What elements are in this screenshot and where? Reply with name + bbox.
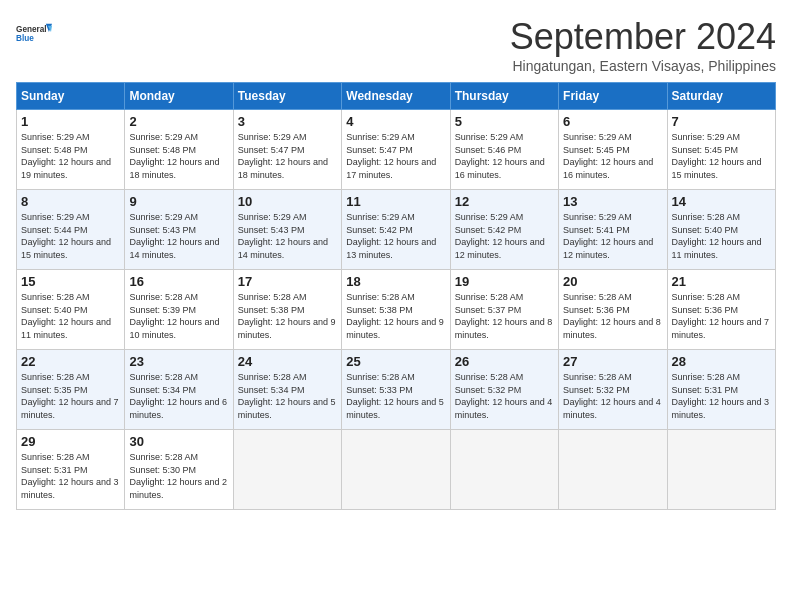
day-info: Sunrise: 5:28 AMSunset: 5:40 PMDaylight:…	[672, 212, 762, 260]
day-cell: 2 Sunrise: 5:29 AMSunset: 5:48 PMDayligh…	[125, 110, 233, 190]
day-cell: 17 Sunrise: 5:28 AMSunset: 5:38 PMDaylig…	[233, 270, 341, 350]
day-number: 10	[238, 194, 337, 209]
calendar-table: SundayMondayTuesdayWednesdayThursdayFrid…	[16, 82, 776, 510]
day-number: 14	[672, 194, 771, 209]
day-info: Sunrise: 5:28 AMSunset: 5:36 PMDaylight:…	[672, 292, 770, 340]
day-cell: 24 Sunrise: 5:28 AMSunset: 5:34 PMDaylig…	[233, 350, 341, 430]
day-info: Sunrise: 5:28 AMSunset: 5:31 PMDaylight:…	[21, 452, 119, 500]
day-info: Sunrise: 5:28 AMSunset: 5:31 PMDaylight:…	[672, 372, 770, 420]
day-info: Sunrise: 5:28 AMSunset: 5:40 PMDaylight:…	[21, 292, 111, 340]
day-info: Sunrise: 5:29 AMSunset: 5:45 PMDaylight:…	[563, 132, 653, 180]
day-info: Sunrise: 5:29 AMSunset: 5:43 PMDaylight:…	[129, 212, 219, 260]
day-number: 16	[129, 274, 228, 289]
day-info: Sunrise: 5:28 AMSunset: 5:38 PMDaylight:…	[346, 292, 444, 340]
header-cell-sunday: Sunday	[17, 83, 125, 110]
day-info: Sunrise: 5:28 AMSunset: 5:39 PMDaylight:…	[129, 292, 219, 340]
day-cell	[559, 430, 667, 510]
day-cell	[233, 430, 341, 510]
day-info: Sunrise: 5:28 AMSunset: 5:36 PMDaylight:…	[563, 292, 661, 340]
svg-text:General: General	[16, 25, 47, 34]
day-cell	[450, 430, 558, 510]
day-info: Sunrise: 5:28 AMSunset: 5:34 PMDaylight:…	[129, 372, 227, 420]
day-number: 28	[672, 354, 771, 369]
day-info: Sunrise: 5:29 AMSunset: 5:43 PMDaylight:…	[238, 212, 328, 260]
day-number: 29	[21, 434, 120, 449]
day-number: 8	[21, 194, 120, 209]
day-cell: 30 Sunrise: 5:28 AMSunset: 5:30 PMDaylig…	[125, 430, 233, 510]
week-row-4: 22 Sunrise: 5:28 AMSunset: 5:35 PMDaylig…	[17, 350, 776, 430]
day-cell: 26 Sunrise: 5:28 AMSunset: 5:32 PMDaylig…	[450, 350, 558, 430]
logo-svg: General Blue	[16, 16, 52, 52]
day-number: 4	[346, 114, 445, 129]
day-info: Sunrise: 5:29 AMSunset: 5:41 PMDaylight:…	[563, 212, 653, 260]
header-cell-monday: Monday	[125, 83, 233, 110]
week-row-2: 8 Sunrise: 5:29 AMSunset: 5:44 PMDayligh…	[17, 190, 776, 270]
title-area: September 2024 Hingatungan, Eastern Visa…	[510, 16, 776, 74]
logo: General Blue	[16, 16, 52, 52]
day-cell: 18 Sunrise: 5:28 AMSunset: 5:38 PMDaylig…	[342, 270, 450, 350]
day-info: Sunrise: 5:29 AMSunset: 5:48 PMDaylight:…	[129, 132, 219, 180]
day-cell: 12 Sunrise: 5:29 AMSunset: 5:42 PMDaylig…	[450, 190, 558, 270]
day-cell: 11 Sunrise: 5:29 AMSunset: 5:42 PMDaylig…	[342, 190, 450, 270]
day-number: 17	[238, 274, 337, 289]
day-number: 12	[455, 194, 554, 209]
day-info: Sunrise: 5:28 AMSunset: 5:33 PMDaylight:…	[346, 372, 444, 420]
day-info: Sunrise: 5:29 AMSunset: 5:48 PMDaylight:…	[21, 132, 111, 180]
day-cell: 29 Sunrise: 5:28 AMSunset: 5:31 PMDaylig…	[17, 430, 125, 510]
day-cell: 7 Sunrise: 5:29 AMSunset: 5:45 PMDayligh…	[667, 110, 775, 190]
day-number: 5	[455, 114, 554, 129]
day-number: 20	[563, 274, 662, 289]
week-row-3: 15 Sunrise: 5:28 AMSunset: 5:40 PMDaylig…	[17, 270, 776, 350]
page-header: General Blue September 2024 Hingatungan,…	[16, 16, 776, 74]
day-cell: 16 Sunrise: 5:28 AMSunset: 5:39 PMDaylig…	[125, 270, 233, 350]
day-info: Sunrise: 5:28 AMSunset: 5:34 PMDaylight:…	[238, 372, 336, 420]
day-cell: 27 Sunrise: 5:28 AMSunset: 5:32 PMDaylig…	[559, 350, 667, 430]
day-cell: 19 Sunrise: 5:28 AMSunset: 5:37 PMDaylig…	[450, 270, 558, 350]
day-cell: 9 Sunrise: 5:29 AMSunset: 5:43 PMDayligh…	[125, 190, 233, 270]
day-info: Sunrise: 5:28 AMSunset: 5:35 PMDaylight:…	[21, 372, 119, 420]
day-cell: 6 Sunrise: 5:29 AMSunset: 5:45 PMDayligh…	[559, 110, 667, 190]
day-number: 11	[346, 194, 445, 209]
location-title: Hingatungan, Eastern Visayas, Philippine…	[510, 58, 776, 74]
day-number: 9	[129, 194, 228, 209]
day-number: 21	[672, 274, 771, 289]
day-number: 3	[238, 114, 337, 129]
day-cell: 3 Sunrise: 5:29 AMSunset: 5:47 PMDayligh…	[233, 110, 341, 190]
day-number: 7	[672, 114, 771, 129]
day-info: Sunrise: 5:28 AMSunset: 5:30 PMDaylight:…	[129, 452, 227, 500]
header-cell-friday: Friday	[559, 83, 667, 110]
day-info: Sunrise: 5:29 AMSunset: 5:47 PMDaylight:…	[238, 132, 328, 180]
day-cell: 4 Sunrise: 5:29 AMSunset: 5:47 PMDayligh…	[342, 110, 450, 190]
day-cell: 10 Sunrise: 5:29 AMSunset: 5:43 PMDaylig…	[233, 190, 341, 270]
day-info: Sunrise: 5:29 AMSunset: 5:45 PMDaylight:…	[672, 132, 762, 180]
day-cell: 25 Sunrise: 5:28 AMSunset: 5:33 PMDaylig…	[342, 350, 450, 430]
header-cell-thursday: Thursday	[450, 83, 558, 110]
day-number: 27	[563, 354, 662, 369]
day-info: Sunrise: 5:29 AMSunset: 5:42 PMDaylight:…	[455, 212, 545, 260]
day-number: 13	[563, 194, 662, 209]
day-cell: 5 Sunrise: 5:29 AMSunset: 5:46 PMDayligh…	[450, 110, 558, 190]
month-title: September 2024	[510, 16, 776, 58]
day-cell: 1 Sunrise: 5:29 AMSunset: 5:48 PMDayligh…	[17, 110, 125, 190]
day-number: 19	[455, 274, 554, 289]
day-number: 25	[346, 354, 445, 369]
day-info: Sunrise: 5:29 AMSunset: 5:42 PMDaylight:…	[346, 212, 436, 260]
week-row-1: 1 Sunrise: 5:29 AMSunset: 5:48 PMDayligh…	[17, 110, 776, 190]
header-cell-saturday: Saturday	[667, 83, 775, 110]
day-info: Sunrise: 5:28 AMSunset: 5:32 PMDaylight:…	[563, 372, 661, 420]
day-number: 18	[346, 274, 445, 289]
day-cell: 28 Sunrise: 5:28 AMSunset: 5:31 PMDaylig…	[667, 350, 775, 430]
day-cell: 20 Sunrise: 5:28 AMSunset: 5:36 PMDaylig…	[559, 270, 667, 350]
day-number: 24	[238, 354, 337, 369]
day-cell: 23 Sunrise: 5:28 AMSunset: 5:34 PMDaylig…	[125, 350, 233, 430]
header-cell-wednesday: Wednesday	[342, 83, 450, 110]
day-cell: 21 Sunrise: 5:28 AMSunset: 5:36 PMDaylig…	[667, 270, 775, 350]
day-cell	[342, 430, 450, 510]
day-number: 23	[129, 354, 228, 369]
day-info: Sunrise: 5:28 AMSunset: 5:37 PMDaylight:…	[455, 292, 553, 340]
header-cell-tuesday: Tuesday	[233, 83, 341, 110]
day-info: Sunrise: 5:29 AMSunset: 5:47 PMDaylight:…	[346, 132, 436, 180]
day-number: 30	[129, 434, 228, 449]
day-cell: 15 Sunrise: 5:28 AMSunset: 5:40 PMDaylig…	[17, 270, 125, 350]
day-info: Sunrise: 5:28 AMSunset: 5:32 PMDaylight:…	[455, 372, 553, 420]
